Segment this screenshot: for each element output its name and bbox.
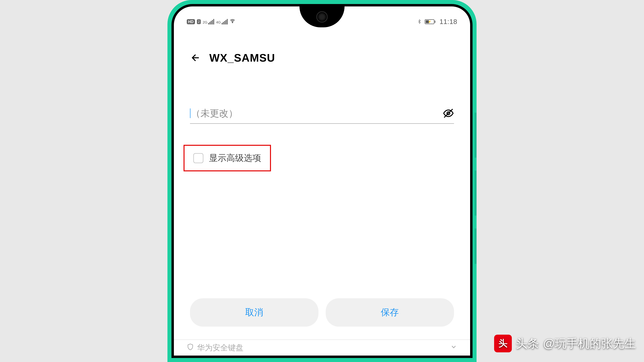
text-cursor <box>190 108 190 118</box>
wifi-icon <box>230 18 236 25</box>
front-camera <box>316 11 328 22</box>
password-input[interactable] <box>191 106 443 120</box>
bluetooth-icon <box>417 18 422 25</box>
phone-side-buttons <box>475 113 476 277</box>
sim-badge: 2 <box>197 19 201 24</box>
page-title: WX_SAMSU <box>209 51 275 64</box>
advanced-checkbox[interactable] <box>193 153 203 163</box>
advanced-options-row[interactable]: 显示高级选项 <box>184 145 271 171</box>
svg-point-0 <box>232 22 233 23</box>
page-header: WX_SAMSU <box>190 51 454 64</box>
signal-2g: 2G <box>203 19 214 24</box>
signal-4g: 4G <box>216 19 228 24</box>
shield-icon <box>187 343 194 352</box>
visibility-toggle-icon[interactable] <box>443 108 454 119</box>
keyboard-bar[interactable]: 华为安全键盘 <box>174 340 470 356</box>
watermark-brand: 头条 <box>516 336 539 351</box>
password-row <box>190 106 454 124</box>
watermark-logo-icon: 头 <box>494 335 512 352</box>
cancel-button[interactable]: 取消 <box>190 298 318 327</box>
phone-screen: HD 2 2G 4G <box>174 6 470 356</box>
action-buttons: 取消 保存 <box>190 298 454 327</box>
back-button[interactable] <box>190 52 201 63</box>
battery-icon: ⚡ <box>425 19 435 24</box>
watermark: 头 头条 @玩手机的张先生 <box>494 335 636 352</box>
status-time: 11:18 <box>440 18 457 25</box>
keyboard-label: 华为安全键盘 <box>197 343 244 353</box>
chevron-down-icon[interactable] <box>450 343 457 352</box>
hd-badge: HD <box>187 19 195 24</box>
watermark-author: @玩手机的张先生 <box>543 336 636 351</box>
advanced-label: 显示高级选项 <box>209 152 261 164</box>
save-button[interactable]: 保存 <box>326 298 454 327</box>
phone-frame: HD 2 2G 4G <box>168 0 476 362</box>
